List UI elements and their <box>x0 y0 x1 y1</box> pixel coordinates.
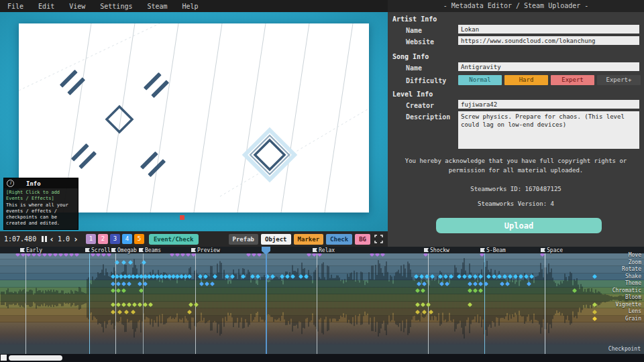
steamworks-version: Steamworks Version: 4 <box>388 200 644 207</box>
checkpoint-line[interactable] <box>317 252 317 354</box>
description-textarea[interactable]: Screw physics. Prepare for chaos. (This … <box>458 111 639 149</box>
section-flag-s-beam[interactable]: S-Beam <box>480 247 506 253</box>
playhead-handle[interactable] <box>262 247 270 255</box>
menu-settings[interactable]: Settings <box>93 3 140 10</box>
section-label: Relax <box>319 247 335 253</box>
checkpoint-bar[interactable] <box>0 345 644 354</box>
row-label-theme: Theme <box>625 280 641 288</box>
section-flag-scroll[interactable]: Scroll <box>85 247 111 253</box>
checkpoint-bar-label: Checkpoint <box>608 345 641 354</box>
checkpoint-line[interactable] <box>25 252 26 354</box>
checkpoint-line[interactable] <box>115 252 116 354</box>
menu-help[interactable]: Help <box>175 3 206 10</box>
description-label: Description <box>406 113 450 121</box>
difficulty-expertplus-button[interactable]: Expert+ <box>597 75 641 85</box>
upload-button[interactable]: Upload <box>436 218 602 233</box>
section-flag-space[interactable]: Space <box>541 247 563 253</box>
flag-icon <box>191 248 196 252</box>
tooltip-title: Info <box>26 180 41 187</box>
flag-icon <box>424 248 429 252</box>
difficulty-normal-button[interactable]: Normal <box>458 75 502 85</box>
row-label-chromatic: Chromatic <box>612 288 641 295</box>
mode-bg-button[interactable]: BG <box>355 234 370 245</box>
flag-icon <box>20 248 25 252</box>
checkpoint-line[interactable] <box>545 252 545 354</box>
creator-input[interactable] <box>458 100 639 109</box>
editor-toolbar: 1:07.480 ‹ 1.0 › 12345 Event/Check Prefa… <box>0 231 388 247</box>
menu-bar: FileEditViewSettingsSteamHelp <box>0 0 388 12</box>
speed-down-button[interactable]: ‹ <box>49 235 54 243</box>
song-info-header: Song Info <box>392 53 429 60</box>
mode-prefab-button[interactable]: Prefab <box>229 234 259 245</box>
layer-buttons: 12345 <box>86 234 144 244</box>
fullscreen-icon[interactable] <box>374 235 383 243</box>
section-label: Early <box>26 247 42 253</box>
section-flag-relax[interactable]: Relax <box>313 247 335 253</box>
song-name-label: Name <box>406 64 422 72</box>
layer-3-button[interactable]: 3 <box>110 234 120 244</box>
info-icon: i <box>7 180 14 187</box>
menu-file[interactable]: File <box>0 3 31 10</box>
tooltip-body: This is where all your events / effects … <box>4 202 78 229</box>
section-flag-beams[interactable]: Beams <box>139 247 161 253</box>
section-flag-preview[interactable]: Preview <box>191 247 220 253</box>
row-label-rotate: Rotate <box>622 266 641 274</box>
audio-waveform <box>0 252 644 345</box>
game-viewport[interactable]: i Info [Right Click to add Events / Effe… <box>0 12 388 231</box>
section-label: Scroll <box>91 247 111 253</box>
section-flag-shockw[interactable]: Shockw <box>424 247 449 253</box>
row-label-lens: Lens <box>629 308 641 316</box>
row-label-bloom: Bloom <box>625 294 641 302</box>
pause-button[interactable] <box>42 236 47 242</box>
tooltip-hint: [Right Click to add Events / Effects] <box>4 188 78 202</box>
difficulty-expert-button[interactable]: Expert <box>551 75 594 85</box>
row-label-move: Move <box>629 252 641 259</box>
menu-edit[interactable]: Edit <box>31 3 62 10</box>
mode-check-button[interactable]: Check <box>326 234 352 245</box>
song-name-input[interactable] <box>458 62 639 71</box>
artist-website-input[interactable] <box>458 36 639 45</box>
speed-up-button[interactable]: › <box>73 235 78 243</box>
artist-name-label: Name <box>406 27 422 34</box>
layer-4-button[interactable]: 4 <box>122 234 132 244</box>
section-flag-omegab[interactable]: Omegab <box>111 247 137 253</box>
row-label-vignette: Vignette <box>615 302 641 309</box>
menu-view[interactable]: View <box>62 3 93 10</box>
layer-1-button[interactable]: 1 <box>86 234 96 244</box>
flag-icon <box>111 248 116 252</box>
artist-name-input[interactable] <box>458 25 639 34</box>
scrollbar-thumb[interactable] <box>9 355 62 361</box>
flag-icon <box>313 248 317 252</box>
row-label-zoom: Zoom <box>629 259 641 267</box>
mode-object-button[interactable]: Object <box>261 234 291 245</box>
playhead[interactable] <box>262 247 270 354</box>
difficulty-hard-button[interactable]: Hard <box>504 75 548 85</box>
difficulty-label: Difficulty <box>406 77 446 84</box>
checkpoint-line[interactable] <box>89 252 90 354</box>
timeline-header: EarlyScrollOmegabBeamsPreviewRelaxShockw… <box>0 247 644 253</box>
panel-title: - Metadata Editor / Steam Uploader - <box>388 0 644 12</box>
scrollbar-home-button[interactable] <box>1 355 7 361</box>
layer-2-button[interactable]: 2 <box>98 234 108 244</box>
timeline-scrollbar[interactable] <box>0 354 644 362</box>
info-tooltip: i Info [Right Click to add Events / Effe… <box>3 178 78 230</box>
copyright-disclaimer: You hereby acknowledge that you have ful… <box>388 157 644 175</box>
mode-marker-button[interactable]: Marker <box>294 234 324 245</box>
cursor-marker <box>180 215 184 220</box>
playhead-line <box>266 247 267 354</box>
event-check-button[interactable]: Event/Check <box>149 234 199 245</box>
layer-5-button[interactable]: 5 <box>134 234 144 244</box>
flag-icon <box>480 248 485 252</box>
flag-icon <box>85 248 90 252</box>
tooltip-header: i Info <box>4 178 78 188</box>
difficulty-buttons: NormalHardExpertExpert+ <box>458 75 641 85</box>
mode-buttons: PrefabObjectMarkerCheckBG <box>229 234 370 245</box>
menu-steam[interactable]: Steam <box>140 3 174 10</box>
artist-website-label: Website <box>406 38 434 46</box>
playback-speed: 1.0 <box>58 235 70 243</box>
row-label-shake: Shake <box>625 274 641 281</box>
level-info-header: Level Info <box>392 90 433 98</box>
section-flag-early[interactable]: Early <box>20 247 42 253</box>
checkpoint-line[interactable] <box>484 252 485 354</box>
event-timeline[interactable]: EarlyScrollOmegabBeamsPreviewRelaxShockw… <box>0 247 644 362</box>
